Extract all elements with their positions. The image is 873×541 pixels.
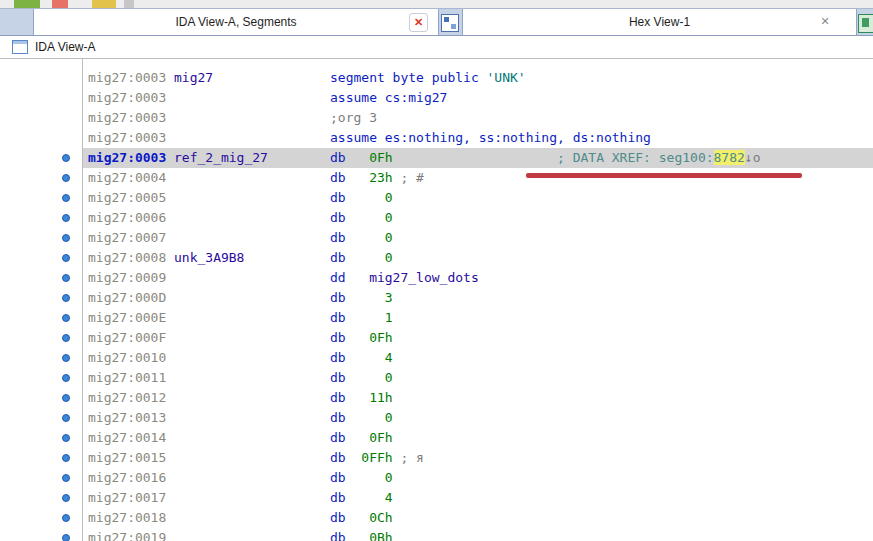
toolbar-fragment-icon (52, 0, 68, 8)
line-code: assume es:nothing, ss:nothing, ds:nothin… (330, 128, 873, 148)
line-code: db 0Ch (330, 508, 873, 528)
line-label (174, 268, 330, 288)
listing-line[interactable]: mig27:0003ref_2_mig_27db 0Fh ; DATA XREF… (0, 148, 873, 168)
disassembly-listing[interactable]: mig27:0003mig27segment byte public 'UNK'… (0, 59, 873, 541)
line-code: db 0 (330, 368, 873, 388)
tab-ida-view-segments[interactable]: IDA View-A, Segments ✕ (33, 9, 439, 35)
line-label (174, 208, 330, 228)
toolbar-clipped (0, 0, 873, 8)
listing-line[interactable]: mig27:0017db 4 (0, 488, 873, 508)
line-label (174, 368, 330, 388)
line-address: mig27:0004 (88, 168, 174, 188)
listing-line[interactable]: mig27:0019db 0Bh (0, 528, 873, 541)
close-tab-icon[interactable]: ✕ (409, 13, 428, 32)
listing-line[interactable]: mig27:0010db 4 (0, 348, 873, 368)
line-label (174, 288, 330, 308)
next-tab-icon[interactable] (858, 14, 873, 33)
line-label (174, 308, 330, 328)
line-gutter (0, 528, 88, 541)
line-address: mig27:0009 (88, 268, 174, 288)
close-tab-icon[interactable]: ✕ (818, 14, 832, 28)
line-code: ;org 3 (330, 108, 873, 128)
listing-line[interactable]: mig27:0016db 0 (0, 468, 873, 488)
listing-line[interactable]: mig27:000Ddb 3 (0, 288, 873, 308)
line-code: db 1 (330, 308, 873, 328)
line-label (174, 168, 330, 188)
line-address: mig27:0006 (88, 208, 174, 228)
tab-bar: IDA View-A, Segments ✕ Hex View-1 ✕ (0, 8, 873, 36)
nav-dot-icon (62, 354, 70, 362)
line-code: db 0 (330, 208, 873, 228)
line-gutter (0, 88, 88, 108)
line-address: mig27:0012 (88, 388, 174, 408)
line-gutter (0, 288, 88, 308)
listing-line[interactable]: mig27:0008unk_3A9B8db 0 (0, 248, 873, 268)
line-address: mig27:0003 (88, 128, 174, 148)
nav-dot-icon (62, 394, 70, 402)
line-gutter (0, 308, 88, 328)
line-label (174, 388, 330, 408)
line-address: mig27:0005 (88, 188, 174, 208)
listing-line[interactable]: mig27:0014db 0Fh (0, 428, 873, 448)
tab-label: IDA View-A, Segments (175, 15, 296, 29)
listing-line[interactable]: mig27:0003assume cs:mig27 (0, 88, 873, 108)
toolbar-fragment-icon (92, 0, 116, 8)
line-address: mig27:0007 (88, 228, 174, 248)
annotation-underline (526, 173, 802, 178)
listing-line[interactable]: mig27:0005db 0 (0, 188, 873, 208)
hex-view-icon[interactable] (441, 14, 459, 32)
listing-line[interactable]: mig27:0009dd mig27_low_dots (0, 268, 873, 288)
line-gutter (0, 108, 88, 128)
nav-dot-icon (62, 474, 70, 482)
listing-line[interactable]: mig27:0015db 0FFh ; я (0, 448, 873, 468)
listing-line[interactable]: mig27:0003assume es:nothing, ss:nothing,… (0, 128, 873, 148)
line-address: mig27:0003 (88, 148, 174, 168)
line-address: mig27:000E (88, 308, 174, 328)
listing-line[interactable]: mig27:0013db 0 (0, 408, 873, 428)
tab-label: Hex View-1 (629, 15, 690, 29)
toolbar-fragment-icon (14, 0, 40, 8)
line-address: mig27:0003 (88, 108, 174, 128)
line-address: mig27:0010 (88, 348, 174, 368)
nav-dot-icon (62, 454, 70, 462)
listing-line[interactable]: mig27:0004db 23h ; # (0, 168, 873, 188)
line-address: mig27:0011 (88, 368, 174, 388)
line-gutter (0, 208, 88, 228)
listing-line[interactable]: mig27:0006db 0 (0, 208, 873, 228)
line-gutter (0, 148, 88, 168)
line-gutter (0, 488, 88, 508)
listing-line[interactable]: mig27:0011db 0 (0, 368, 873, 388)
line-code: db 4 (330, 348, 873, 368)
line-gutter (0, 168, 88, 188)
tab-hex-view[interactable]: Hex View-1 ✕ (462, 9, 857, 35)
nav-dot-icon (62, 254, 70, 262)
listing-line[interactable]: mig27:000Fdb 0Fh (0, 328, 873, 348)
listing-line[interactable]: mig27:0012db 11h (0, 388, 873, 408)
listing-line[interactable]: mig27:0007db 0 (0, 228, 873, 248)
listing-line[interactable]: mig27:0003;org 3 (0, 108, 873, 128)
ida-window: IDA View-A, Segments ✕ Hex View-1 ✕ IDA … (0, 0, 873, 541)
line-address: mig27:0016 (88, 468, 174, 488)
nav-dot-icon (62, 514, 70, 522)
line-label (174, 108, 330, 128)
line-address: mig27:0018 (88, 508, 174, 528)
line-code: db 0 (330, 408, 873, 428)
listing-line[interactable]: mig27:0018db 0Ch (0, 508, 873, 528)
listing-line[interactable]: mig27:000Edb 1 (0, 308, 873, 328)
listing-line[interactable]: mig27:0003mig27segment byte public 'UNK' (0, 68, 873, 88)
nav-dot-icon (62, 314, 70, 322)
line-label (174, 528, 330, 541)
line-gutter (0, 508, 88, 528)
nav-dot-icon (62, 274, 70, 282)
nav-dot-icon (62, 414, 70, 422)
line-label (174, 88, 330, 108)
line-code: db 0Bh (330, 528, 873, 541)
line-address: mig27:0014 (88, 428, 174, 448)
line-code: db 0 (330, 468, 873, 488)
nav-dot-icon (62, 234, 70, 242)
line-address: mig27:0015 (88, 448, 174, 468)
ida-view-icon (12, 40, 28, 54)
line-label: unk_3A9B8 (174, 248, 330, 268)
line-label (174, 428, 330, 448)
line-code: db 11h (330, 388, 873, 408)
